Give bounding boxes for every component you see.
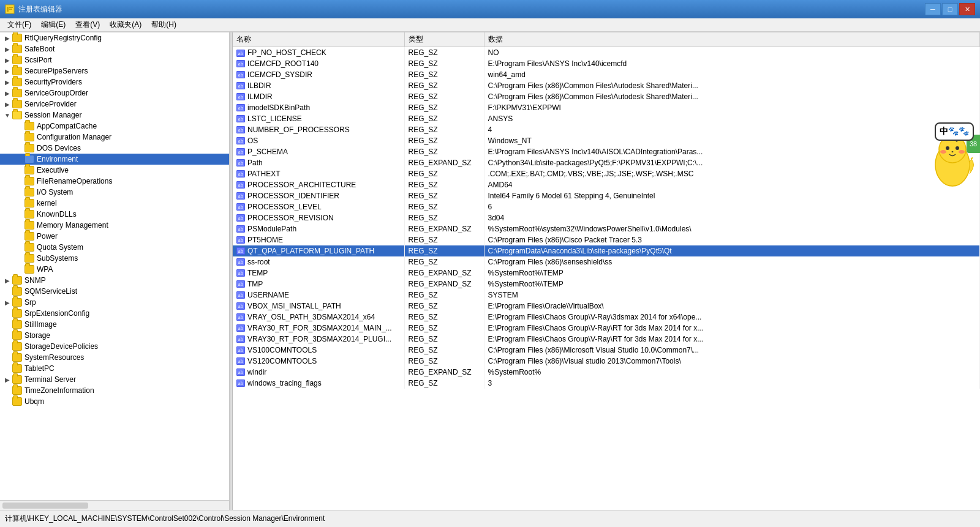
cell-data: E:\Program Files\Chaos Group\V-Ray\3dsma…: [484, 312, 980, 323]
maximize-button[interactable]: □: [942, 3, 958, 15]
tree-item-TimeZoneInformation[interactable]: TimeZoneInformation: [0, 385, 229, 396]
cell-data: win64_amd: [484, 69, 980, 80]
table-row[interactable]: abPROCESSOR_IDENTIFIERREG_SZIntel64 Fami…: [233, 190, 980, 201]
tree-item-ServiceGroupOrder[interactable]: ServiceGroupOrder: [0, 88, 229, 99]
menu-favorites[interactable]: 收藏夹(A): [105, 18, 146, 31]
folder-icon: [24, 177, 34, 185]
tree-item-TabletPC[interactable]: TabletPC: [0, 363, 229, 374]
table-row[interactable]: abILBDIRREG_SZC:\Program Files (x86)\Com…: [233, 80, 980, 91]
cell-data: C:\ProgramData\Anaconda3\Lib\site-packag…: [484, 245, 980, 256]
cell-name: abVBOX_MSI_INSTALL_PATH: [233, 301, 404, 312]
cell-data: %SystemRoot%\TEMP: [484, 278, 980, 290]
col-header-name: 名称: [233, 32, 404, 47]
tree-item-TerminalServer[interactable]: Terminal Server: [0, 374, 229, 385]
tree-item-SystemResources[interactable]: SystemResources: [0, 352, 229, 363]
tree-item-Executive[interactable]: Executive: [0, 165, 229, 176]
table-row[interactable]: abTEMPREG_EXPAND_SZ%SystemRoot%\TEMP: [233, 267, 980, 278]
table-row[interactable]: abPATHEXTREG_SZ.COM;.EXE;.BAT;.CMD;.VBS;…: [233, 168, 980, 179]
tree-item-kernel[interactable]: kernel: [0, 198, 229, 209]
tree-item-WPA[interactable]: WPA: [0, 264, 229, 275]
tree-item-SafeBoot[interactable]: SafeBoot: [0, 43, 229, 54]
cell-name: abVS120COMNTOOLS: [233, 356, 404, 367]
table-scroll[interactable]: 名称 类型 数据 abFP_NO_HOST_CHECKREG_SZNOabICE…: [233, 32, 980, 510]
table-row[interactable]: abICEMCFD_ROOT140REG_SZE:\Program Files\…: [233, 58, 980, 69]
table-row[interactable]: abQT_QPA_PLATFORM_PLUGIN_PATHREG_SZC:\Pr…: [233, 245, 980, 256]
tree-item-SQMServiceList[interactable]: SQMServiceList: [0, 286, 229, 297]
tree-item-KnownDLLs[interactable]: KnownDLLs: [0, 209, 229, 220]
close-button[interactable]: ✕: [959, 3, 975, 15]
cell-type: REG_SZ: [404, 113, 484, 124]
tree-item-SecurityProviders[interactable]: SecurityProviders: [0, 77, 229, 88]
table-row[interactable]: abTMPREG_EXPAND_SZ%SystemRoot%\TEMP: [233, 278, 980, 290]
tree-item-ConfigurationManager[interactable]: Configuration Manager: [0, 132, 229, 143]
menu-edit[interactable]: 编辑(E): [36, 18, 70, 31]
tree-item-QuotaSystem[interactable]: Quota System: [0, 242, 229, 253]
tree-item-Ubqm[interactable]: Ubqm: [0, 396, 229, 407]
tree-label: SrpExtensionConfig: [24, 309, 89, 318]
table-row[interactable]: abVS100COMNTOOLSREG_SZC:\Program Files (…: [233, 345, 980, 356]
reg-value-icon: ab: [236, 346, 245, 354]
tree-label: TabletPC: [24, 364, 55, 373]
table-row[interactable]: abPROCESSOR_REVISIONREG_SZ3d04: [233, 212, 980, 223]
tree-item-SrpExtensionConfig[interactable]: SrpExtensionConfig: [0, 308, 229, 319]
cell-name: abwindows_tracing_flags: [233, 378, 404, 389]
table-row[interactable]: abOSREG_SZWindows_NT: [233, 135, 980, 146]
tree-item-ServiceProvider[interactable]: ServiceProvider: [0, 99, 229, 110]
table-row[interactable]: abLSTC_LICENSEREG_SZANSYS: [233, 113, 980, 124]
green-tab[interactable]: 38: [967, 135, 980, 153]
table-row[interactable]: abwindirREG_EXPAND_SZ%SystemRoot%: [233, 367, 980, 378]
table-row[interactable]: abPSModulePathREG_EXPAND_SZ%SystemRoot%\…: [233, 223, 980, 234]
table-row[interactable]: abVRAY30_RT_FOR_3DSMAX2014_PLUGI...REG_S…: [233, 334, 980, 345]
tree-item-SNMP[interactable]: SNMP: [0, 275, 229, 286]
tree-item-FileRenameOperations[interactable]: FileRenameOperations: [0, 176, 229, 187]
tree-item-Power[interactable]: Power: [0, 231, 229, 242]
tree-item-Environment[interactable]: Environment: [0, 154, 229, 165]
tree-item-Srp[interactable]: Srp: [0, 297, 229, 308]
tree-item-ScsiPort[interactable]: ScsiPort: [0, 54, 229, 65]
tree-item-MemoryManagement[interactable]: Memory Management: [0, 220, 229, 231]
reg-value-icon: ab: [236, 214, 245, 222]
tree-item-AppCompatCache[interactable]: AppCompatCache: [0, 121, 229, 132]
table-row[interactable]: abVRAY30_RT_FOR_3DSMAX2014_MAIN_...REG_S…: [233, 323, 980, 334]
tree-scroll[interactable]: RtlQueryRegistryConfig SafeBoot ScsiPort…: [0, 32, 229, 500]
tree-item-DOSDevices[interactable]: DOS Devices: [0, 143, 229, 154]
cell-type: REG_SZ: [404, 345, 484, 356]
table-row[interactable]: abPT5HOMEREG_SZC:\Program Files (x86)\Ci…: [233, 234, 980, 245]
tree-item-SessionManager[interactable]: Session Manager: [0, 110, 229, 121]
table-row[interactable]: abPROCESSOR_ARCHITECTUREREG_SZAMD64: [233, 179, 980, 190]
table-row[interactable]: abwindows_tracing_flagsREG_SZ3: [233, 378, 980, 389]
cell-data: E:\Program Files\ANSYS Inc\v140\AISOL\CA…: [484, 146, 980, 157]
tree-hscroll[interactable]: [0, 500, 229, 510]
table-row[interactable]: abICEMCFD_SYSDIRREG_SZwin64_amd: [233, 69, 980, 80]
table-row[interactable]: abPathREG_EXPAND_SZC:\Python34\Lib\site-…: [233, 157, 980, 168]
table-row[interactable]: abss-rootREG_SZC:\Program Files (x86)\se…: [233, 256, 980, 267]
tree-item-IOSystem[interactable]: I/O System: [0, 187, 229, 198]
minimize-button[interactable]: ─: [925, 3, 941, 15]
tree-item-Storage[interactable]: Storage: [0, 330, 229, 341]
table-row[interactable]: abUSERNAMEREG_SZSYSTEM: [233, 290, 980, 301]
table-row[interactable]: abVRAY_OSL_PATH_3DSMAX2014_x64REG_SZE:\P…: [233, 312, 980, 323]
tree-item-StorageDevicePolicies[interactable]: StorageDevicePolicies: [0, 341, 229, 352]
reg-value-icon: ab: [236, 192, 245, 200]
table-row[interactable]: abILMDIRREG_SZC:\Program Files (x86)\Com…: [233, 91, 980, 102]
reg-value-icon: ab: [236, 335, 245, 343]
table-row[interactable]: abPROCESSOR_LEVELREG_SZ6: [233, 201, 980, 212]
table-row[interactable]: abimodelSDKBinPathREG_SZF:\PKPMV31\EXPPW…: [233, 102, 980, 113]
tree-item-StillImage[interactable]: StillImage: [0, 319, 229, 330]
cell-name: abimodelSDKBinPath: [233, 102, 404, 113]
table-row[interactable]: abVBOX_MSI_INSTALL_PATHREG_SZE:\Program …: [233, 301, 980, 312]
table-row[interactable]: abP_SCHEMAREG_SZE:\Program Files\ANSYS I…: [233, 146, 980, 157]
cell-name: abVS100COMNTOOLS: [233, 345, 404, 356]
reg-value-icon: ab: [236, 258, 245, 266]
table-row[interactable]: abNUMBER_OF_PROCESSORSREG_SZ4: [233, 124, 980, 135]
menu-file[interactable]: 文件(F): [2, 18, 36, 31]
tree-item-RtlQueryRegistryConfig[interactable]: RtlQueryRegistryConfig: [0, 32, 229, 43]
tree-item-SecurePipeServers[interactable]: SecurePipeServers: [0, 65, 229, 77]
cell-name: abFP_NO_HOST_CHECK: [233, 47, 404, 58]
menu-help[interactable]: 帮助(H): [146, 18, 181, 31]
tree-item-SubSystems[interactable]: SubSystems: [0, 253, 229, 264]
cell-data: %SystemRoot%: [484, 367, 980, 378]
table-row[interactable]: abFP_NO_HOST_CHECKREG_SZNO: [233, 47, 980, 58]
menu-view[interactable]: 查看(V): [70, 18, 105, 31]
table-row[interactable]: abVS120COMNTOOLSREG_SZC:\Program Files (…: [233, 356, 980, 367]
